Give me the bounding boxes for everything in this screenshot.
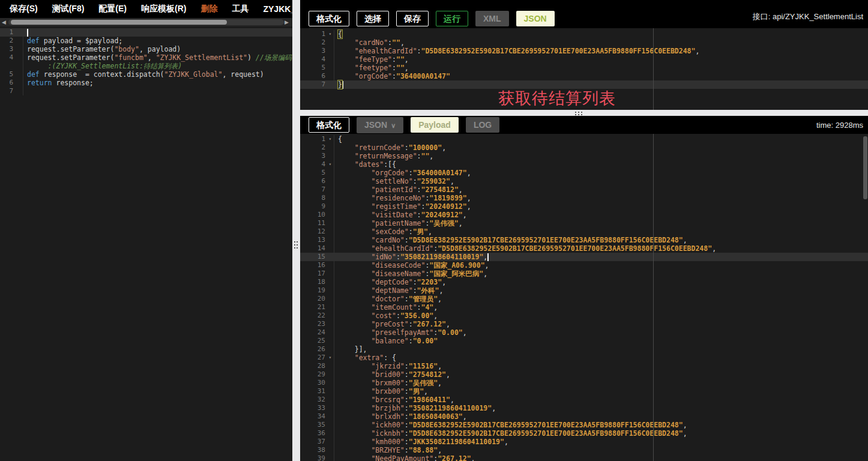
- code-line[interactable]: 2 "cardNo":"",: [300, 38, 868, 47]
- code-line[interactable]: 14 "ehealthCardId":"D5D8E6382952E5902B17…: [300, 244, 868, 253]
- code-text: "kmh000":"JKK350821198604110019",: [334, 438, 508, 446]
- code-line[interactable]: 19 "deptName":"外科",: [300, 286, 868, 295]
- code-text: "cardNo":"",: [334, 38, 405, 47]
- code-line[interactable]: 36 "icknbh":"D5D8E6382952E5902B17CBE2695…: [300, 429, 868, 438]
- code-line[interactable]: 3 "ehealthCardId":"D5D8E6382952E5902B17C…: [300, 47, 868, 55]
- code-line[interactable]: 24 "preselfpayAmt":"0.00",: [300, 328, 868, 337]
- fold-icon[interactable]: ▾: [327, 160, 334, 169]
- code-line[interactable]: 34 "brlxdh":"18650840063",: [300, 412, 868, 421]
- code-line[interactable]: 25 "balance":"0.00": [300, 337, 868, 345]
- code-line[interactable]: 39 "NeedPayAmount":"267.12",: [300, 454, 868, 461]
- menu-response-template[interactable]: 响应模板(R): [141, 4, 186, 14]
- code-line[interactable]: 5 "orgCode":"364000A0147",: [300, 169, 868, 177]
- code-line[interactable]: 8 "residenceNo":"1819899",: [300, 194, 868, 202]
- panel-splitter-vertical[interactable]: [292, 0, 300, 461]
- code-line[interactable]: 4 "feeType":"",: [300, 55, 868, 64]
- code-line[interactable]: :(ZYJKK_SettlementList:待结算列表): [0, 62, 292, 70]
- code-line[interactable]: 12 "sexCode":"男",: [300, 227, 868, 236]
- code-line[interactable]: 17 "diseaseName":"国家_阿米巴病",: [300, 270, 868, 278]
- code-text: "settleNo":"259032",: [334, 177, 454, 185]
- line-number: 19: [300, 286, 327, 295]
- code-line[interactable]: 35 "ickh00":"D5D8E6382952E5902B17CBE2695…: [300, 421, 868, 429]
- code-line[interactable]: 1: [0, 28, 292, 37]
- code-line[interactable]: 28 "jkrzid":"11516",: [300, 362, 868, 370]
- code-text: "dates":[{: [334, 160, 396, 169]
- code-line[interactable]: 23 "preCost":"267.12",: [300, 320, 868, 328]
- json-tab[interactable]: JSON: [516, 11, 555, 26]
- code-line[interactable]: 6return response;: [0, 79, 292, 87]
- fold-icon[interactable]: ▾: [327, 135, 334, 143]
- code-line[interactable]: 37 "kmh000":"JKK350821198604110019",: [300, 438, 868, 446]
- code-line[interactable]: 7 "patientId":"2754812",: [300, 185, 868, 194]
- code-line[interactable]: 15 "idNo":"350821198604110019",: [300, 253, 868, 261]
- code-line[interactable]: 2 "returnCode":"100000",: [300, 143, 868, 152]
- code-line[interactable]: 27▾ "extra": {: [300, 354, 868, 362]
- code-line[interactable]: 1▾{: [300, 30, 868, 38]
- menu-config[interactable]: 配置(E): [98, 4, 127, 14]
- fold-gutter: [327, 278, 334, 286]
- code-line[interactable]: 7: [0, 87, 292, 95]
- fold-icon[interactable]: ▾: [327, 354, 334, 362]
- response-editor[interactable]: 1▾{2 "returnCode":"100000",3 "returnMess…: [300, 134, 868, 461]
- code-line[interactable]: 3 "returnMessage":"",: [300, 152, 868, 160]
- endpoint-label: 接口: api/ZYJKK_SettlementList: [753, 11, 863, 22]
- code-line[interactable]: 21 "itemCount":"4",: [300, 303, 868, 312]
- code-line[interactable]: 33 "brzjbh":"350821198604110019",: [300, 404, 868, 412]
- code-line[interactable]: 30 "brxm00":"吴伟强",: [300, 379, 868, 387]
- payload-tab[interactable]: Payload: [411, 117, 459, 133]
- code-line[interactable]: 4request.setParameter("funcbm", "ZYJKK_S…: [0, 53, 292, 62]
- menu-delete[interactable]: 删除: [200, 4, 217, 14]
- horizontal-scrollbar[interactable]: ◀ ▶: [0, 18, 292, 26]
- code-line[interactable]: 9 "registTime":"20240912",: [300, 202, 868, 211]
- code-line[interactable]: 11 "patientName":"吴伟强",: [300, 219, 868, 227]
- code-line[interactable]: 6 "settleNo":"259032",: [300, 177, 868, 185]
- code-line[interactable]: 10 "visitDate":"20240912",: [300, 211, 868, 219]
- request-editor[interactable]: 1▾{2 "cardNo":"",3 "ehealthCardId":"D5D8…: [300, 28, 868, 110]
- panel-splitter-horizontal[interactable]: [300, 110, 868, 116]
- log-tab[interactable]: LOG: [466, 117, 499, 133]
- menu-test[interactable]: 测试(F8): [52, 4, 85, 14]
- select-button[interactable]: 选择: [357, 11, 389, 26]
- menu-tools[interactable]: 工具: [232, 4, 249, 14]
- code-line[interactable]: 5 "feetype":"",: [300, 64, 868, 72]
- code-line[interactable]: 5def response = context.dispatch("ZYJKK_…: [0, 70, 292, 79]
- fold-gutter: [327, 177, 334, 185]
- format-button[interactable]: 格式化: [309, 11, 349, 26]
- fold-gutter: [16, 70, 23, 79]
- code-line[interactable]: 22 "cost":"356.00",: [300, 312, 868, 320]
- scrollbar-thumb[interactable]: [11, 20, 227, 25]
- code-line[interactable]: 13 "cardNo":"D5D8E6382952E5902B17CBE2695…: [300, 236, 868, 244]
- script-editor[interactable]: 12def payload = $payload;3request.setPar…: [0, 26, 292, 461]
- format-button-response[interactable]: 格式化: [309, 117, 349, 133]
- code-line[interactable]: 29 "brid00":"2754812",: [300, 370, 868, 379]
- code-line[interactable]: 31 "brxb00":"男",: [300, 387, 868, 396]
- code-text: "cardNo":"D5D8E6382952E5902B17CBE2695952…: [334, 236, 687, 244]
- code-text: "balance":"0.00": [334, 337, 438, 345]
- fold-gutter: [327, 421, 334, 429]
- code-line[interactable]: 20 "doctor":"管理员",: [300, 295, 868, 303]
- vertical-scrollbar-thumb[interactable]: [863, 136, 867, 199]
- menu-save[interactable]: 保存(S): [10, 4, 38, 14]
- fold-gutter: [327, 211, 334, 219]
- fold-icon[interactable]: ▾: [327, 30, 334, 38]
- code-line[interactable]: 4▾ "dates":[{: [300, 160, 868, 169]
- code-line[interactable]: 3request.setParameter("body", payload): [0, 45, 292, 53]
- code-line[interactable]: 26 }],: [300, 345, 868, 354]
- save-button[interactable]: 保存: [396, 11, 429, 26]
- fold-gutter: [327, 219, 334, 227]
- scene-name[interactable]: ZYJKK_SettlementList: [263, 4, 292, 14]
- scroll-left-icon[interactable]: ◀: [2, 19, 6, 26]
- code-line[interactable]: 18 "deptCode":"2203",: [300, 278, 868, 286]
- line-number: 30: [300, 379, 327, 387]
- run-button[interactable]: 运行: [436, 11, 468, 26]
- code-line[interactable]: 1▾{: [300, 135, 868, 143]
- json-dropdown[interactable]: JSON∨: [357, 117, 403, 133]
- code-line[interactable]: 2def payload = $payload;: [0, 37, 292, 45]
- xml-tab[interactable]: XML: [475, 11, 509, 26]
- scroll-right-icon[interactable]: ▶: [285, 19, 289, 26]
- code-line[interactable]: 32 "brcsrq":"19860411",: [300, 396, 868, 404]
- code-line[interactable]: 16 "diseaseCode":"国家_A06.900",: [300, 261, 868, 270]
- code-line[interactable]: 6 "orgCode":"364000A0147": [300, 72, 868, 80]
- code-line[interactable]: 38 "BRZHYE":"88.88",: [300, 446, 868, 454]
- code-text: "icknbh":"D5D8E6382952E5902B17CBE2695952…: [334, 429, 687, 438]
